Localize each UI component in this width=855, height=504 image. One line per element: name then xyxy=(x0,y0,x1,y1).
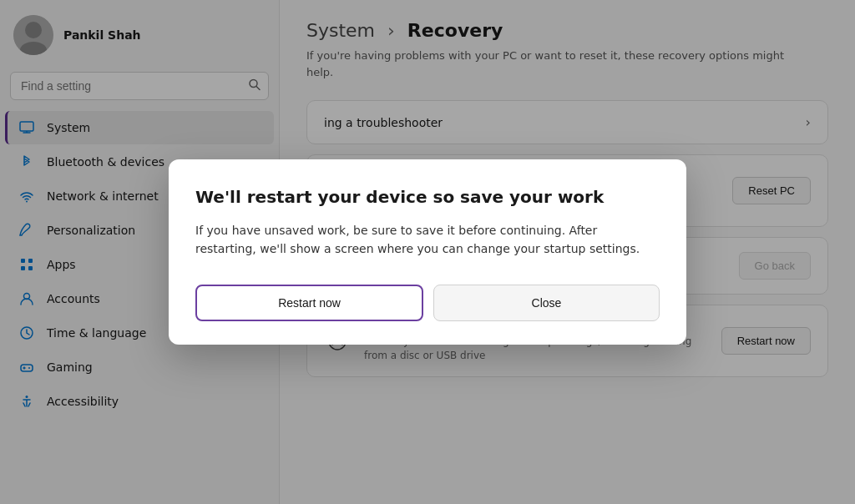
modal-title: We'll restart your device so save your w… xyxy=(195,186,660,208)
modal-restart-now-button[interactable]: Restart now xyxy=(195,285,423,321)
modal-body: If you have unsaved work, be sure to sav… xyxy=(195,221,660,259)
settings-window: Pankil Shah xyxy=(0,0,855,504)
modal-actions: Restart now Close xyxy=(195,285,660,321)
modal-dialog: We'll restart your device so save your w… xyxy=(169,159,686,345)
modal-close-button[interactable]: Close xyxy=(433,285,660,321)
modal-overlay: We'll restart your device so save your w… xyxy=(0,0,855,504)
